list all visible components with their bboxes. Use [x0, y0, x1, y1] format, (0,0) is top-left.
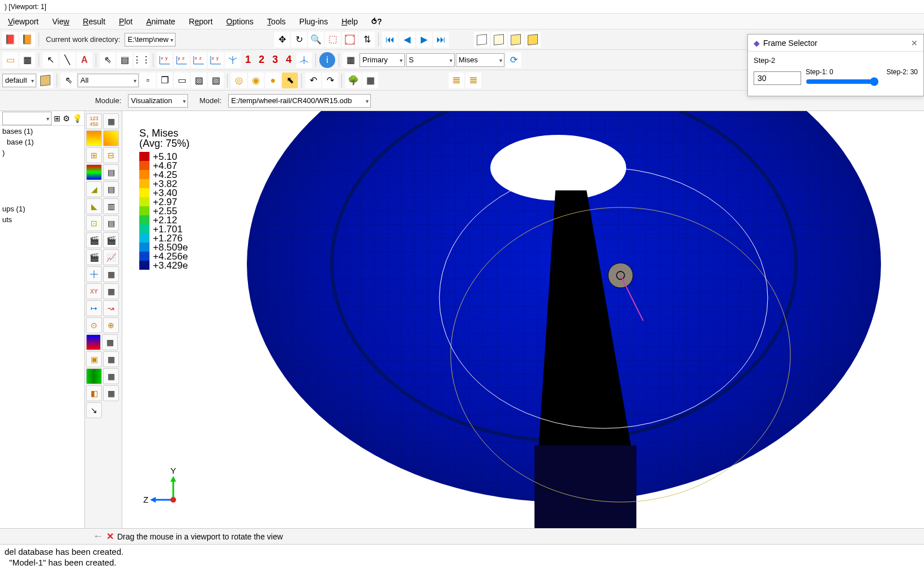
arrow-tool-icon[interactable]: ↖: [42, 52, 58, 68]
hatch2-icon[interactable]: ▧: [208, 73, 224, 88]
pal-iso1-icon[interactable]: [86, 368, 102, 384]
line-tool-icon[interactable]: ╲: [59, 52, 75, 68]
view-3-button[interactable]: 3: [269, 54, 281, 66]
defaults-select[interactable]: [2, 74, 36, 87]
filter-select[interactable]: [78, 74, 139, 87]
pal-overlay2-icon[interactable]: ▤: [103, 215, 119, 231]
pal-color2-icon[interactable]: [103, 130, 119, 146]
shaded-icon[interactable]: [508, 32, 524, 48]
pal-cut1-icon[interactable]: ◧: [86, 385, 102, 401]
menu-plot[interactable]: Plot: [113, 15, 138, 28]
pal-color1-icon[interactable]: [86, 130, 102, 146]
help-what-icon[interactable]: ⥀?: [366, 15, 388, 28]
pal-iso-opt-icon[interactable]: ▦: [103, 368, 119, 384]
pal-layer-icon[interactable]: ▣: [86, 351, 102, 367]
frame-selector-titlebar[interactable]: ◆ Frame Selector ✕: [748, 35, 923, 52]
iso2-icon[interactable]: [296, 52, 312, 68]
pal-timehistory-icon[interactable]: 🎬: [86, 249, 102, 265]
open-icon-2[interactable]: 📙: [19, 32, 35, 48]
page1-icon[interactable]: ▫: [140, 73, 156, 88]
pal-nums-icon[interactable]: 123456: [86, 113, 102, 129]
pal-grid-icon[interactable]: ▦: [103, 113, 119, 129]
pal-mesh2-icon[interactable]: ⊟: [103, 147, 119, 163]
tree-uts[interactable]: uts: [0, 214, 84, 225]
primary-select[interactable]: [360, 53, 405, 67]
pal-overlay1-icon[interactable]: ⊡: [86, 215, 102, 231]
expand-icon[interactable]: ⊞: [54, 114, 61, 123]
dots-icon[interactable]: ⋮⋮: [134, 52, 149, 68]
select-icon[interactable]: ⇖: [100, 52, 116, 68]
prev-frame-icon[interactable]: ◀: [399, 32, 415, 48]
menu-report[interactable]: Report: [183, 15, 219, 28]
text-tool-icon[interactable]: A: [76, 52, 92, 68]
bulb-icon[interactable]: 💡: [72, 114, 82, 123]
rail2-icon[interactable]: 𝌆: [465, 73, 481, 88]
csys-zy-icon[interactable]: zy: [208, 52, 224, 68]
pal-deform2-icon[interactable]: ▤: [103, 181, 119, 197]
dashedrect-icon[interactable]: ▭: [174, 73, 190, 88]
back-icon[interactable]: ←: [93, 530, 103, 542]
pal-cut-opt-icon[interactable]: ▦: [103, 385, 119, 401]
refresh-icon[interactable]: ⟳: [506, 52, 521, 68]
csys-yz-icon[interactable]: yz: [174, 52, 190, 68]
view-1-button[interactable]: 1: [242, 54, 254, 66]
pal-spectrum-icon[interactable]: [86, 334, 101, 350]
cursor-sel-icon[interactable]: ⬉: [282, 73, 298, 88]
wireframe-icon[interactable]: [474, 32, 490, 48]
circles1-icon[interactable]: ◎: [231, 73, 247, 88]
tree-ups[interactable]: ups (1): [0, 203, 84, 214]
pal-deform1-icon[interactable]: ◢: [86, 181, 102, 197]
pointer-icon[interactable]: ⇖: [61, 73, 76, 88]
menu-view[interactable]: View: [46, 15, 75, 28]
pal-movie-icon[interactable]: 🎬: [86, 232, 102, 248]
package-icon[interactable]: [37, 73, 53, 88]
menu-viewport[interactable]: Viewport: [2, 15, 44, 28]
view-4-button[interactable]: 4: [283, 54, 295, 66]
zoom-icon[interactable]: 🔍: [308, 32, 324, 48]
cancel-icon[interactable]: ✕: [106, 531, 114, 542]
pal-axes-icon[interactable]: [86, 266, 102, 282]
rect-icon[interactable]: ▭: [2, 52, 18, 68]
model-select[interactable]: [228, 94, 371, 108]
menu-animate[interactable]: Animate: [140, 15, 181, 28]
last-frame-icon[interactable]: ⏭: [433, 32, 449, 48]
circle-icon[interactable]: ●: [265, 73, 281, 88]
fit-icon[interactable]: [342, 32, 358, 48]
iso-icon[interactable]: [225, 52, 241, 68]
pal-section1-icon[interactable]: ◣: [86, 198, 102, 214]
pal-probe2-icon[interactable]: ⊕: [103, 317, 119, 333]
cycle-views-icon[interactable]: ⇅: [359, 32, 375, 48]
pal-timehist2-icon[interactable]: 📈: [103, 249, 119, 265]
pal-spectrum-opt-icon[interactable]: ▦: [102, 334, 118, 350]
component-select[interactable]: [456, 53, 504, 67]
menu-options[interactable]: Options: [221, 15, 259, 28]
info-icon[interactable]: i: [319, 52, 335, 68]
frame-selector-dialog[interactable]: ◆ Frame Selector ✕ Step-2 Step-1: 0 Step…: [747, 34, 924, 96]
pal-contour-icon[interactable]: [86, 164, 102, 180]
menu-help[interactable]: Help: [336, 15, 363, 28]
pal-section2-icon[interactable]: ▥: [103, 198, 119, 214]
tree-toggle-icon[interactable]: 🌳: [345, 73, 361, 88]
hatch1-icon[interactable]: ▨: [191, 73, 207, 88]
table2-icon[interactable]: ▦: [362, 73, 378, 88]
pal-contour-opt-icon[interactable]: ▤: [103, 164, 119, 180]
shaded-edges-icon[interactable]: [525, 32, 541, 48]
pal-mesh1-icon[interactable]: ⊞: [86, 147, 102, 163]
tree-bases[interactable]: bases (1): [0, 126, 84, 137]
pal-save-movie-icon[interactable]: 🎬: [103, 232, 119, 248]
module-select[interactable]: [128, 94, 188, 108]
circles2-icon[interactable]: ◉: [248, 73, 264, 88]
view-2-button[interactable]: 2: [255, 54, 268, 66]
tree-base[interactable]: base (1): [0, 137, 84, 147]
tree-filter[interactable]: [2, 112, 52, 125]
pal-more-icon[interactable]: ↘: [86, 402, 102, 418]
rail1-icon[interactable]: 𝌆: [448, 73, 464, 88]
tree-paren[interactable]: ): [0, 147, 84, 158]
table-icon[interactable]: ▤: [117, 52, 132, 68]
menu-result[interactable]: Result: [77, 15, 111, 28]
hidden-icon[interactable]: [491, 32, 507, 48]
work-dir-input[interactable]: [125, 33, 176, 46]
first-frame-icon[interactable]: ⏮: [382, 32, 398, 48]
pan-icon[interactable]: ✥: [274, 32, 290, 48]
csys-xy-icon[interactable]: xy: [157, 52, 173, 68]
